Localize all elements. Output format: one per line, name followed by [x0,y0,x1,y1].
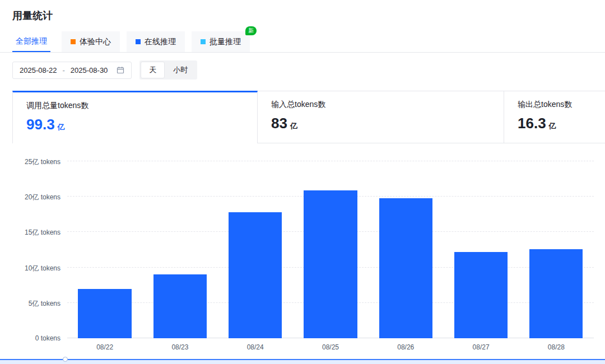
datazoom-handle[interactable] [63,357,68,362]
tab-all-inference[interactable]: 全部推理 [12,31,50,52]
blue-square-icon [136,39,141,44]
datazoom-slider[interactable] [0,359,605,364]
tab-label: 批量推理 [210,37,241,47]
tab-label: 在线推理 [145,37,176,47]
bar-08/24 [229,212,282,338]
tab-online-inference[interactable]: 在线推理 [127,31,185,52]
stat-label: 输出总tokens数 [518,100,592,110]
stat-value: 99.3亿 [26,116,244,133]
filter-row: 2025-08-22 - 2025-08-30 天 小时 [12,60,605,80]
x-axis-tick-label: 08/27 [443,338,518,351]
stat-unit: 亿 [290,122,297,130]
tab-label: 全部推理 [16,36,47,46]
x-axis-tick-label: 08/26 [368,338,443,351]
y-axis-tick-label: 5亿 tokens [29,299,61,309]
bar-slot [293,161,368,338]
stat-label: 调用总量tokens数 [26,101,244,111]
stat-unit: 亿 [549,122,556,130]
stat-card-output-tokens[interactable]: 输出总tokens数 16.3亿 [504,91,605,143]
stat-unit: 亿 [58,123,65,131]
bar-08/26 [379,198,432,338]
bar-08/22 [78,289,131,338]
granularity-hour-button[interactable]: 小时 [165,62,196,78]
date-end: 2025-08-30 [71,66,108,74]
bar-08/25 [304,190,357,338]
granularity-day-button[interactable]: 天 [141,62,165,78]
bar-slot [443,161,518,338]
y-axis-tick-label: 25亿 tokens [25,157,61,167]
granularity-toggle: 天 小时 [139,60,197,80]
tab-bar: 全部推理 体验中心 在线推理 批量推理 新 [0,31,605,53]
bar-slot [519,161,594,338]
page-title: 用量统计 [0,0,605,22]
x-axis-tick-label: 08/23 [142,338,217,351]
date-start: 2025-08-22 [20,66,57,74]
stat-value: 16.3亿 [518,115,592,132]
date-separator: - [63,66,65,74]
x-axis-tick-label: 08/25 [293,338,368,351]
y-axis-tick-label: 10亿 tokens [25,264,61,273]
bar-slot [368,161,443,338]
date-range-picker[interactable]: 2025-08-22 - 2025-08-30 [12,62,132,79]
y-axis-tick-label: 15亿 tokens [25,228,61,237]
bar-08/27 [454,252,508,338]
x-axis-tick-label: 08/22 [67,338,142,351]
stat-label: 输入总tokens数 [271,100,490,110]
tab-experience-center[interactable]: 体验中心 [62,31,120,52]
stat-card-input-tokens[interactable]: 输入总tokens数 83亿 [258,91,504,143]
calendar-icon [117,66,124,74]
bar-08/23 [153,274,207,338]
x-axis: 08/2208/2308/2408/2508/2608/2708/28 [67,338,594,351]
tab-batch-inference[interactable]: 批量推理 新 [192,31,250,52]
y-axis-tick-label: 20亿 tokens [25,193,61,202]
stat-value: 83亿 [271,115,490,132]
tab-label: 体验中心 [80,37,111,47]
stat-card-total-tokens[interactable]: 调用总量tokens数 99.3亿 [12,91,258,143]
bar-chart: 0 tokens5亿 tokens10亿 tokens15亿 tokens20亿… [67,161,594,338]
bar-slot [218,161,293,338]
orange-square-icon [71,39,76,44]
new-badge: 新 [245,26,257,35]
y-axis-tick-label: 0 tokens [35,334,61,342]
stat-cards: 调用总量tokens数 99.3亿 输入总tokens数 83亿 输出总toke… [12,91,605,143]
x-axis-tick-label: 08/24 [218,338,293,351]
bar-08/28 [529,249,583,338]
cyan-square-icon [201,39,206,44]
bar-slot [67,161,142,338]
x-axis-tick-label: 08/28 [519,338,594,351]
chart-bars [67,161,594,338]
bar-slot [142,161,217,338]
